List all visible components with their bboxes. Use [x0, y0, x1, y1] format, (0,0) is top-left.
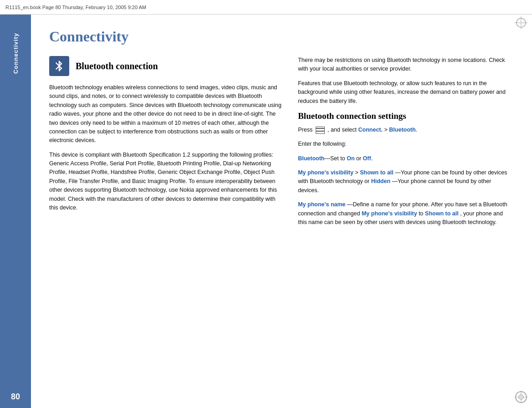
settings-intro: Press , and select Connect. > Bluetooth.: [298, 126, 509, 134]
item1-or: or: [355, 155, 363, 162]
bluetooth-section-title: Bluetooth connection: [76, 61, 158, 71]
bluetooth-para1: Bluetooth technology enables wireless co…: [49, 83, 281, 145]
item2-arrow: >: [355, 169, 360, 176]
sidebar: Connectivity 80: [0, 15, 31, 408]
bluetooth-section-heading: Bluetooth connection: [49, 56, 281, 76]
bluetooth-para2: This device is compliant with Bluetooth …: [49, 151, 281, 213]
connect-label: Connect.: [358, 127, 383, 133]
enter-following: Enter the following:: [298, 140, 509, 148]
two-column-layout: Bluetooth connection Bluetooth technolog…: [49, 56, 509, 232]
item3-text2: to: [419, 210, 423, 217]
settings-heading: Bluetooth connection settings: [298, 111, 509, 121]
item2-shown: Shown to all: [360, 169, 394, 176]
top-bar-text: R1115_en.book Page 80 Thursday, February…: [5, 5, 146, 10]
item3-label: My phone's name: [298, 201, 345, 208]
main-content: Connectivity Bluetooth connection Blueto…: [31, 15, 532, 408]
item1-dash: —Set to: [325, 155, 347, 162]
arrow-label: >: [384, 127, 388, 133]
item3: My phone's name —Define a name for your …: [298, 200, 509, 227]
bluetooth-link: Bluetooth: [389, 127, 415, 133]
page-number-box: 80: [0, 385, 31, 408]
top-bar: R1115_en.book Page 80 Thursday, February…: [0, 0, 532, 15]
and-select-label: , and select: [327, 127, 357, 133]
item1-label: Bluetooth: [298, 155, 324, 162]
right-para1: There may be restrictions on using Bluet…: [298, 56, 509, 74]
press-label: Press: [298, 127, 312, 133]
bluetooth-icon: [49, 56, 69, 76]
right-column: There may be restrictions on using Bluet…: [298, 56, 509, 232]
item3-shown: Shown to all: [425, 210, 459, 217]
item2-hidden-label: Hidden: [371, 178, 390, 184]
item2: My phone's visibility > Shown to all —Yo…: [298, 168, 509, 195]
left-column: Bluetooth connection Bluetooth technolog…: [49, 56, 281, 232]
right-para2: Features that use Bluetooth technology, …: [298, 79, 509, 106]
sidebar-label: Connectivity: [12, 33, 19, 74]
page-title: Connectivity: [49, 28, 509, 45]
item1-on: On: [347, 155, 354, 162]
page-number: 80: [11, 392, 20, 402]
item1-off: Off: [363, 155, 371, 162]
item2-label: My phone's visibility: [298, 169, 353, 176]
menu-icon: [316, 127, 325, 134]
item1: Bluetooth—Set to On or Off.: [298, 154, 509, 163]
item3-label2: My phone's visibility: [362, 210, 417, 217]
